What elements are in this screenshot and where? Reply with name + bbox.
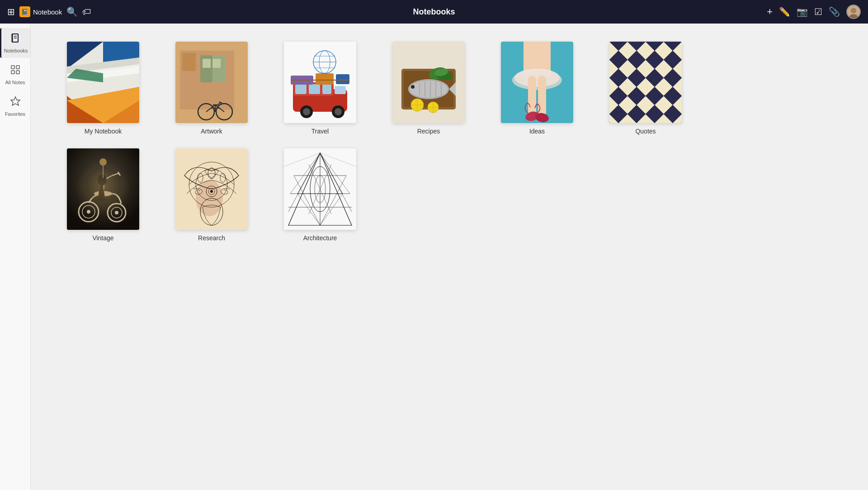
camera-icon[interactable]: 📷 <box>797 6 808 17</box>
topbar: ⊞ 📓 Notebook 🔍 🏷 Notebooks + ✏️ 📷 ☑ 📎 <box>0 0 868 24</box>
topbar-right: + ✏️ 📷 ☑ 📎 <box>576 5 861 19</box>
notebook-item-recipes[interactable]: Recipes <box>383 42 474 135</box>
favorites-icon <box>10 96 21 109</box>
notebook-label-artwork: Artwork <box>201 128 222 135</box>
svg-point-50 <box>335 108 342 115</box>
topbar-left: ⊞ 📓 Notebook 🔍 🏷 <box>7 6 292 17</box>
check-icon[interactable]: ☑ <box>814 6 822 17</box>
notebook-item-my-notebook[interactable]: My Notebook <box>58 42 148 135</box>
svg-rect-44 <box>309 84 320 94</box>
svg-rect-30 <box>212 59 221 68</box>
svg-rect-43 <box>295 84 307 94</box>
notebook-item-quotes[interactable]: Quotes <box>600 42 691 135</box>
sidebar-favorites-label: Favorites <box>5 111 25 117</box>
svg-rect-8 <box>16 66 19 69</box>
notebook-cover-my-notebook <box>67 42 139 123</box>
sidebar-notebooks-label: Notebooks <box>4 48 28 53</box>
notebook-label-travel: Travel <box>311 128 329 135</box>
notebook-cover-quotes <box>609 42 682 123</box>
page-title: Notebooks <box>413 7 455 16</box>
svg-rect-29 <box>203 59 211 68</box>
sidebar-all-notes-label: All Notes <box>5 80 25 85</box>
svg-rect-45 <box>322 84 331 94</box>
notebook-cover-travel <box>284 42 356 123</box>
search-icon[interactable]: 🔍 <box>66 6 78 17</box>
svg-point-63 <box>408 79 449 99</box>
notebook-item-ideas[interactable]: Ideas <box>492 42 582 135</box>
attachment-icon[interactable]: 📎 <box>829 6 840 17</box>
svg-rect-25 <box>182 53 196 71</box>
notebook-grid: My Notebook <box>58 42 691 242</box>
notebook-item-research[interactable]: Research <box>166 148 257 242</box>
svg-rect-10 <box>16 71 19 74</box>
svg-point-84 <box>512 70 562 90</box>
svg-point-1 <box>851 8 856 13</box>
svg-rect-7 <box>11 66 14 69</box>
notebook-item-travel[interactable]: Travel <box>275 42 365 135</box>
svg-rect-52 <box>316 73 334 85</box>
all-notes-icon <box>10 64 21 78</box>
notebook-cover-architecture <box>284 148 356 230</box>
notebook-item-architecture[interactable]: Architecture <box>275 148 365 242</box>
add-icon[interactable]: + <box>767 6 773 18</box>
sidebar-item-notebooks[interactable]: Notebooks <box>0 28 30 58</box>
notebook-label-architecture: Architecture <box>303 234 337 242</box>
sidebar-item-all-notes[interactable]: All Notes <box>0 60 30 90</box>
svg-marker-11 <box>11 97 20 105</box>
main-layout: Notebooks All Notes Favorites <box>0 24 868 490</box>
tag-icon[interactable]: 🏷 <box>82 7 91 17</box>
svg-point-122 <box>210 190 213 193</box>
notebook-label-ideas: Ideas <box>529 128 545 135</box>
notebook-item-artwork[interactable]: Artwork <box>166 42 257 135</box>
notebook-label-recipes: Recipes <box>417 128 440 135</box>
edit-icon[interactable]: ✏️ <box>779 6 790 17</box>
svg-rect-85 <box>528 76 536 116</box>
app-grid-icon[interactable]: ⊞ <box>7 6 15 17</box>
svg-point-110 <box>99 158 107 166</box>
notebook-label-research: Research <box>198 234 225 242</box>
notebook-label-vintage: Vintage <box>92 234 113 242</box>
notebook-cover-artwork <box>175 42 248 123</box>
sidebar-item-favorites[interactable]: Favorites <box>0 91 30 121</box>
notebooks-icon <box>10 33 21 46</box>
svg-rect-9 <box>11 71 14 74</box>
notebook-cover-ideas <box>501 42 573 123</box>
svg-rect-53 <box>336 74 349 84</box>
svg-rect-95 <box>609 42 682 123</box>
sidebar: Notebooks All Notes Favorites <box>0 24 31 490</box>
svg-rect-46 <box>335 86 346 94</box>
notebook-label-quotes: Quotes <box>635 128 656 135</box>
notebook-cover-recipes <box>392 42 465 123</box>
notebook-cover-research <box>175 148 248 230</box>
svg-point-48 <box>303 108 310 115</box>
notebook-label-my-notebook: My Notebook <box>85 128 122 135</box>
content-area: My Notebook <box>31 24 868 490</box>
notebook-item-vintage[interactable]: Vintage <box>58 148 148 242</box>
svg-point-66 <box>411 85 415 89</box>
topbar-center: Notebooks <box>292 7 576 17</box>
app-title: Notebook <box>33 8 62 16</box>
notebook-logo[interactable]: 📓 Notebook <box>19 6 62 17</box>
notebook-cover-vintage <box>67 148 139 230</box>
avatar[interactable] <box>846 5 861 19</box>
logo-icon: 📓 <box>19 6 30 17</box>
